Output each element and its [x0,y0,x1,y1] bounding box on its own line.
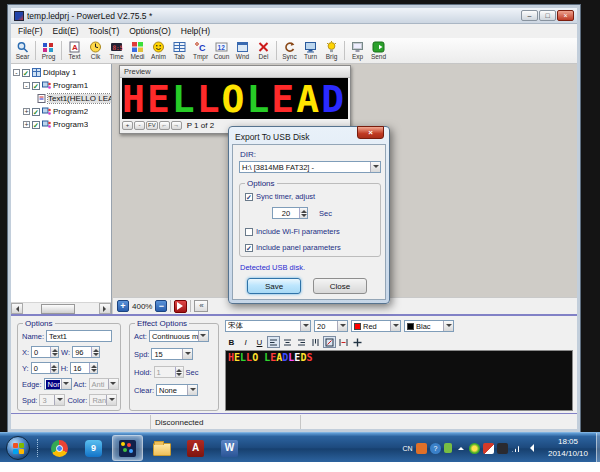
scroll-thumb[interactable] [41,304,75,314]
expander-icon[interactable]: - [23,82,30,89]
toolbar-window-button[interactable]: Wnd [232,38,253,63]
italic-button[interactable]: I [239,336,252,348]
clear-dropdown[interactable]: None [156,384,198,396]
rotate-text-icon[interactable] [323,336,336,348]
wifi-checkbox[interactable] [245,228,253,236]
toolbar-export-button[interactable]: Exp [347,38,368,63]
app-tray-icon[interactable] [416,443,427,454]
usb-tray-icon[interactable] [444,443,452,453]
x-stepper[interactable]: 0 [31,346,59,358]
dialog-close-button[interactable]: × [357,126,384,139]
toolbar-counter-button[interactable]: 12Coun [211,38,232,63]
play-button[interactable] [174,300,187,313]
menu-tools[interactable]: Tools(T) [84,26,125,36]
menu-options[interactable]: Options(O) [124,26,176,36]
panel-checkbox[interactable]: ✓ [245,244,253,252]
font-family-dropdown[interactable]: 宋体 [225,320,311,332]
scroll-right-arrow[interactable] [99,303,111,314]
background-color-dropdown[interactable]: Blac [404,320,454,332]
toolbar-media-button[interactable]: Medi [127,38,148,63]
checkbox[interactable]: ✓ [32,82,40,90]
name-field[interactable]: Text1 [46,330,112,342]
word-taskbar-icon[interactable]: W [214,435,245,461]
scroll-left-arrow[interactable] [11,303,23,314]
align-left-icon[interactable] [267,336,280,348]
spacing-icon[interactable] [337,336,350,348]
h-stepper[interactable]: 16 [70,362,98,374]
flag-tray-icon[interactable] [483,443,494,454]
toolbar-turn-button[interactable]: Turn [300,38,321,63]
sync-timer-checkbox[interactable]: ✓ [245,193,253,201]
tree-item-program3[interactable]: + ✓ Program3 [11,118,111,131]
toolbar-time-button[interactable]: 8:5Time [106,38,127,63]
toolbar-table-button[interactable]: Tab [169,38,190,63]
toolbar-search-button[interactable]: Sear [12,38,33,63]
security-tray-icon[interactable] [469,443,480,454]
preview-prev-button[interactable]: ← [159,121,170,130]
zoom-in-button[interactable]: + [117,300,129,312]
tree-item-display[interactable]: - ✓ Didplay 1 [11,66,111,79]
y-stepper[interactable]: 0 [31,362,59,374]
font-color-dropdown[interactable]: Red [351,320,401,332]
toolbar-delete-button[interactable]: Del [253,38,274,63]
align-center-icon[interactable] [281,336,294,348]
adobe-taskbar-icon[interactable]: A [180,435,211,461]
toolbar-brightness-button[interactable]: Brig [321,38,342,63]
toolbar-clock-button[interactable]: Clk [85,38,106,63]
expander-icon[interactable]: - [13,69,20,76]
tree-horizontal-scrollbar[interactable] [11,302,111,314]
vertical-text-icon[interactable] [309,336,322,348]
close-button[interactable]: × [557,10,574,21]
toolbar-sync-button[interactable]: Sync [279,38,300,63]
edge-dropdown[interactable]: Non [44,378,72,390]
show-desktop-button[interactable] [596,433,600,463]
monitor-tray-icon[interactable] [497,443,508,454]
browser-taskbar-icon[interactable]: 9 [78,435,109,461]
explorer-taskbar-icon[interactable] [146,435,177,461]
taskbar-clock[interactable]: 18:05 2014/10/10 [540,436,596,460]
caret-up-icon[interactable] [455,443,466,454]
language-indicator[interactable]: CN [402,443,413,454]
underline-button[interactable]: U [253,336,266,348]
checkbox[interactable]: ✓ [22,69,30,77]
network-tray-icon[interactable] [511,443,522,454]
checkbox[interactable]: ✓ [32,121,40,129]
timer-stepper[interactable]: 20 [272,207,308,219]
effect-speed-dropdown[interactable]: 15 [151,348,193,360]
powerled-taskbar-icon[interactable] [112,435,143,461]
menu-edit[interactable]: Edit(E) [48,26,84,36]
move-icon[interactable] [351,336,364,348]
volume-icon[interactable] [525,443,536,454]
checkbox[interactable]: ✓ [32,108,40,116]
maximize-button[interactable]: □ [539,10,556,21]
align-right-icon[interactable] [295,336,308,348]
minimize-button[interactable]: – [521,10,538,21]
expander-icon[interactable]: + [23,121,30,128]
tree-item-text1[interactable]: Text1(HELLO LEADI [11,92,111,105]
zoom-out-button[interactable]: − [155,300,167,312]
effect-act-dropdown[interactable]: Continuous mov [149,330,209,342]
title-bar[interactable]: temp.ledprj - PowerLed V2.75.5 * – □ × [11,8,577,24]
dialog-close-action-button[interactable]: Close [313,278,367,294]
font-size-dropdown[interactable]: 20 [314,320,348,332]
toolbar-temperature-button[interactable]: CTmpr [190,38,211,63]
menu-help[interactable]: Help(H) [176,26,215,36]
tree-item-program2[interactable]: + ✓ Program2 [11,105,111,118]
expander-icon[interactable]: + [23,108,30,115]
toolbar-program-button[interactable]: Prog [38,38,59,63]
text-editor[interactable]: HELLO LEADLEDS [225,350,573,411]
save-button[interactable]: Save [247,278,301,294]
bold-button[interactable]: B [225,336,238,348]
toolbar-send-button[interactable]: Send [368,38,389,63]
chrome-taskbar-icon[interactable] [44,435,75,461]
toolbar-text-button[interactable]: AText [64,38,85,63]
preview-zoom-in-button[interactable]: + [122,121,133,130]
w-stepper[interactable]: 96 [72,346,100,358]
toolbar-animation-button[interactable]: Anim [148,38,169,63]
start-button[interactable] [6,436,30,460]
menu-file[interactable]: File(F) [13,26,48,36]
preview-next-button[interactable]: → [171,121,182,130]
preview-zoom-out-button[interactable]: - [134,121,145,130]
help-tray-icon[interactable]: ? [430,443,441,454]
dir-dropdown[interactable]: H:\ [3814MB FAT32] - [239,161,381,173]
